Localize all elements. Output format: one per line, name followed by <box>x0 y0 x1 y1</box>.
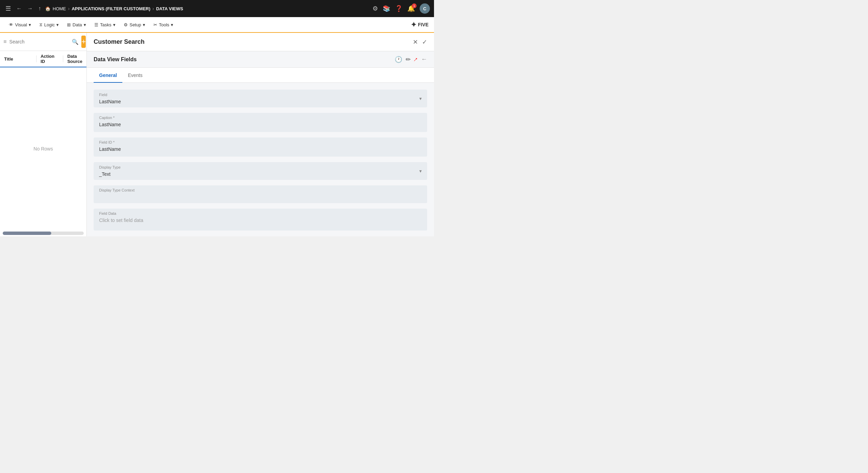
field-data-field: Field Data Click to set field data <box>94 209 427 231</box>
display-type-context-label: Display Type Context <box>99 188 422 192</box>
back-icon[interactable]: ← <box>15 4 23 13</box>
toolbar-visual[interactable]: 👁 Visual ▾ <box>5 20 35 29</box>
panel-header: Customer Search ✕ ✓ <box>87 33 434 51</box>
field-select-value: LastName <box>99 99 121 104</box>
edit-icon[interactable]: ✏ <box>406 56 411 63</box>
toolbar-logic[interactable]: ⧖ Logic ▾ <box>36 20 62 29</box>
gear-icon: ⚙ <box>124 22 128 27</box>
field-id-value: LastName <box>99 146 422 152</box>
back-arrow-icon[interactable]: ← <box>421 56 427 63</box>
sub-header: Data View Fields 🕐 ✏ ↑ ← <box>87 51 434 68</box>
field-data-input[interactable]: Field Data Click to set field data <box>94 209 427 231</box>
notification-badge: 1 <box>412 3 417 8</box>
field-field: Field LastName ▾ <box>94 90 427 107</box>
notifications-icon[interactable]: 🔔 1 <box>407 5 415 12</box>
tools-chevron: ▾ <box>171 22 173 27</box>
visual-label: Visual <box>15 22 27 27</box>
top-navigation: ☰ ← → ↑ 🏠 HOME › APPLICATIONS (FILTER CU… <box>0 0 434 17</box>
clock-icon[interactable]: 🕐 <box>395 56 402 63</box>
search-input[interactable] <box>9 39 69 44</box>
books-icon[interactable]: 📚 <box>383 5 390 12</box>
toolbar-setup[interactable]: ⚙ Setup ▾ <box>120 20 149 29</box>
forward-icon[interactable]: → <box>26 4 34 13</box>
tasks-label: Tasks <box>100 22 111 27</box>
tab-general-label: General <box>99 73 117 78</box>
display-type-select[interactable]: Display Type _Text ▾ <box>94 162 427 180</box>
search-bar: ≡ 🔍 + <box>0 33 86 51</box>
field-select-label: Field <box>99 93 121 97</box>
up-icon[interactable]: ↑ <box>37 4 42 13</box>
breadcrumb-dataviews[interactable]: DATA VIEWS <box>156 6 183 11</box>
sub-actions: 🕐 ✏ ↑ ← <box>395 55 427 63</box>
table-header: Title Action ID Data Source <box>0 51 86 67</box>
tools-label: Tools <box>159 22 169 27</box>
add-button[interactable]: + <box>81 36 86 48</box>
toolbar: 👁 Visual ▾ ⧖ Logic ▾ ⊞ Data ▾ ☰ Tasks ▾ … <box>0 17 434 33</box>
hamburger-icon[interactable]: ☰ <box>4 3 12 14</box>
check-icon[interactable]: ✓ <box>422 38 427 46</box>
column-action-id: Action ID <box>37 54 63 64</box>
tasks-icon: ☰ <box>94 22 98 27</box>
tab-events-label: Events <box>128 73 143 78</box>
panel-actions: ✕ ✓ <box>413 38 427 46</box>
panel-title: Customer Search <box>94 38 413 45</box>
column-title: Title <box>0 56 36 62</box>
logic-label: Logic <box>44 22 55 27</box>
field-data-label: Field Data <box>99 211 422 215</box>
tab-events[interactable]: Events <box>122 68 148 83</box>
logic-icon: ⧖ <box>39 22 42 27</box>
settings-icon[interactable]: ⚙ <box>372 5 378 12</box>
field-id-label: Field ID * <box>99 140 422 144</box>
red-arrow-indicator: ↑ <box>412 55 420 63</box>
setup-label: Setup <box>130 22 141 27</box>
no-rows-text: No Rows <box>33 146 53 152</box>
tasks-chevron: ▾ <box>113 22 116 27</box>
search-icon[interactable]: 🔍 <box>72 39 79 45</box>
home-label: HOME <box>53 6 66 11</box>
scrollbar-thumb <box>3 232 51 235</box>
caption-value: LastName <box>99 122 422 127</box>
data-label: Data <box>72 22 82 27</box>
tools-icon: ✂ <box>153 22 157 27</box>
toolbar-data[interactable]: ⊞ Data ▾ <box>64 20 89 29</box>
horizontal-scrollbar[interactable] <box>3 232 84 235</box>
setup-chevron: ▾ <box>143 22 145 27</box>
logic-chevron: ▾ <box>56 22 59 27</box>
tab-general[interactable]: General <box>94 68 122 83</box>
five-logo: ✦ FIVE <box>411 21 429 29</box>
home-button[interactable]: 🏠 HOME <box>45 6 66 11</box>
five-logo-icon: ✦ <box>411 21 417 29</box>
home-icon: 🏠 <box>45 6 51 11</box>
help-icon[interactable]: ❓ <box>395 5 403 12</box>
sub-title: Data View Fields <box>94 56 392 63</box>
right-panel: Customer Search ✕ ✓ Data View Fields 🕐 ✏… <box>87 33 434 236</box>
five-logo-text: FIVE <box>418 22 429 27</box>
caption-input[interactable]: Caption * LastName <box>94 113 427 132</box>
display-type-label: Display Type <box>99 165 121 169</box>
field-select[interactable]: Field LastName ▾ <box>94 90 427 107</box>
breadcrumb-separator-1: › <box>68 6 70 11</box>
data-icon: ⊞ <box>67 22 71 27</box>
toolbar-tools[interactable]: ✂ Tools ▾ <box>150 20 177 29</box>
filter-icon[interactable]: ≡ <box>3 39 6 45</box>
avatar[interactable]: C <box>420 3 430 14</box>
display-type-value: _Text <box>99 171 121 177</box>
empty-state: No Rows <box>0 67 86 230</box>
eye-icon: 👁 <box>9 22 13 27</box>
caption-field: Caption * LastName <box>94 113 427 132</box>
field-chevron-icon: ▾ <box>419 96 422 101</box>
tabs-bar: General Events <box>87 68 434 83</box>
breadcrumb: 🏠 HOME › APPLICATIONS (FILTER CUSTOMER) … <box>45 6 370 11</box>
visual-chevron: ▾ <box>29 22 31 27</box>
data-chevron: ▾ <box>84 22 86 27</box>
field-id-input[interactable]: Field ID * LastName <box>94 137 427 157</box>
form-area: Field LastName ▾ Caption * LastName Fiel… <box>87 83 434 236</box>
close-icon[interactable]: ✕ <box>413 38 418 46</box>
field-data-placeholder: Click to set field data <box>99 218 422 223</box>
display-type-context-input[interactable]: Display Type Context <box>94 185 427 203</box>
breadcrumb-separator-2: › <box>152 6 154 11</box>
display-type-field: Display Type _Text ▾ <box>94 162 427 180</box>
main-content: ≡ 🔍 + Title Action ID Data Source No Row… <box>0 33 434 236</box>
toolbar-tasks[interactable]: ☰ Tasks ▾ <box>91 20 119 29</box>
breadcrumb-applications[interactable]: APPLICATIONS (FILTER CUSTOMER) <box>72 6 150 11</box>
